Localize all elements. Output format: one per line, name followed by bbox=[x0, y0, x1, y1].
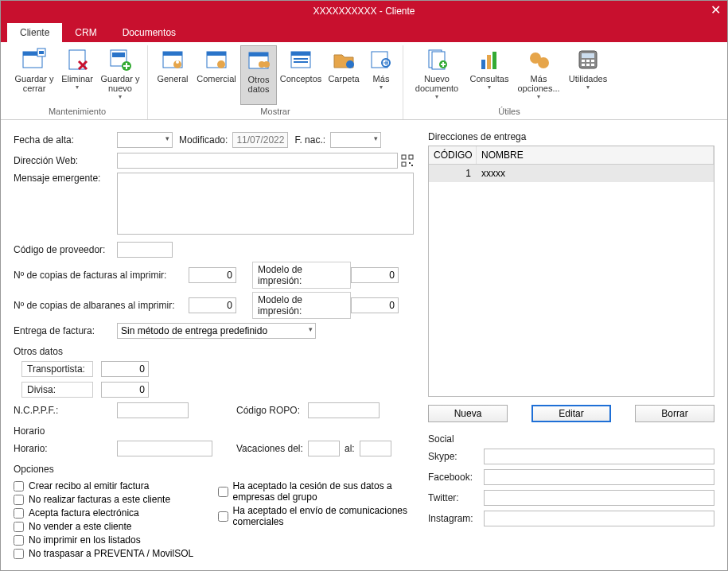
opt-crear-recibo[interactable]: Crear recibo al emitir factura bbox=[14, 480, 210, 491]
tab-documentos[interactable]: Documentos bbox=[110, 23, 189, 42]
horario-label: Horario: bbox=[14, 443, 117, 454]
close-icon[interactable]: ✕ bbox=[710, 2, 721, 17]
num-copias-fact-label: Nº de copias de facturas al imprimir: bbox=[14, 270, 189, 281]
ncppf-input[interactable] bbox=[117, 402, 189, 418]
opt-envio-comunicaciones[interactable]: Ha aceptado el envío de comunicaciones c… bbox=[218, 505, 415, 527]
general-button[interactable]: General bbox=[153, 45, 193, 105]
delete-button[interactable]: Eliminar ▾ bbox=[58, 45, 96, 105]
codigo-proveedor-label: Código de proveedor: bbox=[14, 244, 117, 255]
codigo-ropo-input[interactable] bbox=[308, 402, 380, 418]
otros-datos-button[interactable]: Otros datos bbox=[240, 45, 277, 105]
twitter-input[interactable] bbox=[484, 490, 714, 506]
divisa-label[interactable]: Divisa: bbox=[21, 382, 93, 398]
opt-acepta-electronica[interactable]: Acepta factura electrónica bbox=[14, 507, 210, 519]
comercial-icon bbox=[204, 47, 229, 72]
svg-rect-37 bbox=[586, 60, 590, 62]
col-codigo-header[interactable]: CÓDIGO bbox=[429, 146, 477, 164]
mas-opciones-button[interactable]: Más opciones... ▾ bbox=[513, 45, 564, 105]
modelo-impresion2-label[interactable]: Modelo de impresión: bbox=[252, 292, 351, 319]
num-copias-alb-input[interactable] bbox=[189, 297, 236, 313]
nueva-button[interactable]: Nueva bbox=[428, 405, 508, 422]
modelo-impresion2-input[interactable] bbox=[351, 297, 399, 313]
grid-body[interactable]: 1 xxxxx bbox=[429, 165, 714, 396]
svg-rect-22 bbox=[294, 61, 308, 63]
opt-no-imprimir[interactable]: No imprimir en los listados bbox=[14, 534, 210, 546]
utilidades-button[interactable]: Utilidades ▾ bbox=[566, 45, 610, 105]
vacaciones-al-input[interactable] bbox=[360, 441, 391, 456]
left-column: Fecha de alta: Modificado: F. nac.: Dire… bbox=[14, 131, 414, 561]
codigo-ropo-label: Código ROPO: bbox=[236, 405, 308, 416]
opt-no-vender[interactable]: No vender a este cliente bbox=[14, 521, 210, 532]
titlebar: XXXXXXXXXX - Cliente ✕ bbox=[1, 1, 727, 21]
conceptos-button[interactable]: Conceptos bbox=[278, 45, 323, 105]
tab-crm[interactable]: CRM bbox=[62, 23, 109, 42]
utilidades-icon bbox=[575, 47, 601, 72]
save-new-icon bbox=[107, 47, 133, 72]
fecha-alta-input[interactable] bbox=[117, 132, 173, 148]
svg-rect-38 bbox=[591, 60, 594, 62]
modificado-label: Modificado: bbox=[179, 134, 228, 146]
svg-rect-6 bbox=[112, 52, 125, 57]
table-row[interactable]: 1 xxxxx bbox=[429, 165, 714, 182]
svg-rect-41 bbox=[591, 64, 594, 66]
divisa-input[interactable] bbox=[101, 382, 149, 398]
nuevo-documento-icon bbox=[424, 47, 450, 72]
svg-rect-45 bbox=[409, 162, 411, 164]
f-nac-input[interactable] bbox=[330, 132, 381, 148]
facebook-label: Facebook: bbox=[428, 472, 484, 483]
comercial-button[interactable]: Comercial bbox=[194, 45, 239, 105]
col-nombre-header[interactable]: NOMBRE bbox=[477, 146, 714, 164]
carpeta-icon bbox=[331, 47, 356, 72]
save-new-button[interactable]: Guardar y nuevo ▾ bbox=[98, 45, 142, 105]
tab-cliente[interactable]: Cliente bbox=[7, 23, 62, 42]
skype-label: Skype: bbox=[428, 451, 484, 462]
otros-datos-title: Otros datos bbox=[14, 346, 414, 357]
num-copias-fact-input[interactable] bbox=[189, 267, 236, 283]
opt-no-traspasar[interactable]: No traspasar a PREVENTA / MovilSOL bbox=[14, 548, 210, 559]
transportista-input[interactable] bbox=[101, 361, 149, 377]
mas-button[interactable]: Más ▾ bbox=[364, 45, 398, 105]
instagram-label: Instagram: bbox=[428, 513, 484, 524]
svg-rect-29 bbox=[481, 60, 485, 69]
vacaciones-del-input[interactable] bbox=[308, 441, 340, 456]
consultas-button[interactable]: Consultas ▾ bbox=[467, 45, 512, 105]
modelo-impresion1-input[interactable] bbox=[351, 267, 399, 283]
save-close-button[interactable]: Guardar y cerrar bbox=[12, 45, 56, 105]
svg-rect-35 bbox=[582, 53, 594, 58]
opt-no-facturas[interactable]: No realizar facturas a este cliente bbox=[14, 494, 210, 505]
svg-rect-3 bbox=[39, 51, 44, 54]
transportista-label[interactable]: Transportista: bbox=[21, 361, 93, 377]
qr-icon[interactable] bbox=[401, 154, 414, 167]
instagram-input[interactable] bbox=[484, 511, 714, 526]
mas-opciones-icon bbox=[526, 47, 551, 72]
svg-rect-44 bbox=[402, 162, 406, 166]
ribbon-group-utiles: Nuevo documento ▾ Consultas ▾ Más opcion… bbox=[403, 45, 615, 119]
codigo-proveedor-input[interactable] bbox=[117, 242, 173, 258]
opt-cesion-datos[interactable]: Ha aceptado la cesión de sus datos a emp… bbox=[218, 480, 415, 503]
facebook-input[interactable] bbox=[484, 469, 714, 485]
horario-input[interactable] bbox=[117, 441, 212, 456]
mensaje-emergente-textarea[interactable] bbox=[117, 173, 414, 235]
svg-rect-39 bbox=[582, 64, 585, 66]
svg-rect-40 bbox=[586, 64, 590, 66]
entrega-factura-select[interactable] bbox=[117, 323, 316, 339]
direcciones-grid: CÓDIGO NOMBRE 1 xxxxx bbox=[428, 146, 714, 397]
svg-rect-9 bbox=[163, 52, 182, 56]
skype-input[interactable] bbox=[484, 449, 714, 464]
ribbon: Guardar y cerrar Eliminar ▾ Guardar y nu… bbox=[1, 42, 727, 120]
direccion-web-input[interactable] bbox=[117, 153, 398, 169]
svg-rect-13 bbox=[207, 52, 226, 56]
svg-rect-16 bbox=[249, 52, 268, 56]
ribbon-group-mantenimiento: Guardar y cerrar Eliminar ▾ Guardar y nu… bbox=[7, 45, 148, 119]
mensaje-emergente-label: Mensaje emergente: bbox=[14, 173, 117, 184]
editar-button[interactable]: Editar bbox=[531, 405, 611, 422]
modelo-impresion1-label[interactable]: Modelo de impresión: bbox=[252, 262, 351, 289]
carpeta-button[interactable]: Carpeta bbox=[325, 45, 363, 105]
entrega-factura-label: Entrega de factura: bbox=[14, 325, 117, 336]
form-area: Fecha de alta: Modificado: F. nac.: Dire… bbox=[1, 120, 727, 571]
tabstrip: Cliente CRM Documentos bbox=[1, 21, 727, 42]
delete-icon bbox=[64, 47, 90, 72]
nuevo-documento-button[interactable]: Nuevo documento ▾ bbox=[408, 45, 465, 105]
borrar-button[interactable]: Borrar bbox=[635, 405, 714, 422]
svg-rect-46 bbox=[411, 165, 413, 166]
